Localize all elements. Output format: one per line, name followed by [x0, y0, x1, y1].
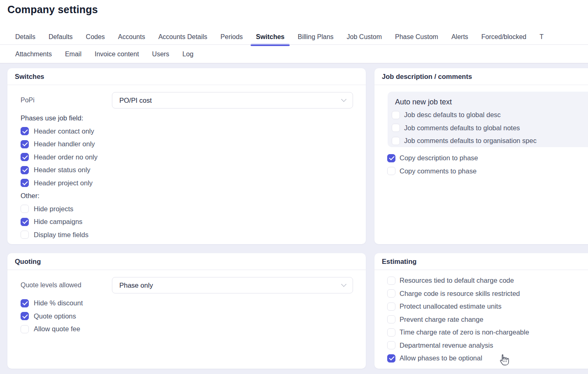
popi-select[interactable]: PO/PI cost	[112, 92, 353, 109]
checkbox-icon[interactable]	[21, 325, 29, 333]
tab-alerts[interactable]: Alerts	[446, 29, 474, 45]
quote-levels-select[interactable]: Phase only	[112, 277, 353, 293]
checkbox-icon[interactable]	[387, 328, 395, 337]
tab-job-custom[interactable]: Job Custom	[342, 29, 387, 45]
switches-panel-title: Switches	[15, 73, 44, 81]
checkbox-icon[interactable]	[387, 341, 395, 349]
checkbox-label: Hide campaigns	[34, 218, 82, 226]
estimating-panel-title: Estimating	[382, 258, 416, 265]
auto-new-job-text-title: Auto new job text	[395, 97, 588, 107]
phases-use-job-field-label: Phases use job field:	[21, 112, 366, 125]
checkbox-icon[interactable]	[21, 299, 29, 307]
checkbox-row-header-order-no-only[interactable]: Header order no only	[21, 151, 366, 164]
checkbox-label: Hide % discount	[34, 299, 83, 307]
checkbox-icon[interactable]	[21, 153, 29, 161]
checkbox-icon[interactable]	[392, 111, 400, 119]
checkbox-row-hide-percent-discount[interactable]: Hide % discount	[21, 297, 366, 310]
checkbox-row-job-comments-defaults-to-organisation-spec[interactable]: Job comments defaults to organisation sp…	[392, 134, 588, 147]
quote-levels-field-row: Quote levels allowed Phase only	[21, 277, 353, 293]
checkbox-row-prevent-charge-rate-change[interactable]: Prevent charge rate change	[387, 313, 588, 326]
checkbox-icon[interactable]	[387, 354, 395, 362]
checkbox-label: Copy comments to phase	[400, 167, 476, 175]
checkbox-label: Display time fields	[34, 231, 88, 239]
tab-switches[interactable]: Switches	[251, 29, 290, 45]
checkbox-icon[interactable]	[21, 140, 29, 148]
checkbox-icon[interactable]	[21, 218, 29, 226]
quote-levels-select-value: Phase only	[119, 282, 153, 289]
checkbox-label: Prevent charge rate change	[400, 316, 483, 323]
tab-phase-custom[interactable]: Phase Custom	[390, 29, 444, 45]
tab-billing-plans[interactable]: Billing Plans	[292, 29, 339, 45]
checkbox-label: Job desc defaults to global desc	[404, 111, 501, 119]
checkbox-label: Hide projects	[34, 205, 73, 213]
checkbox-row-header-status-only[interactable]: Header status only	[21, 164, 366, 177]
estimating-panel: Estimating Resources tied to default cha…	[374, 253, 588, 369]
checkbox-row-copy-comments-to-phase[interactable]: Copy comments to phase	[387, 165, 588, 178]
checkbox-row-protect-unallocated-estimate-units[interactable]: Protect unallocated estimate units	[387, 300, 588, 313]
checkbox-label: Header status only	[34, 166, 91, 174]
checkbox-icon[interactable]	[21, 127, 29, 135]
checkbox-row-header-handler-only[interactable]: Header handler only	[21, 138, 366, 151]
chevron-down-icon	[341, 97, 346, 102]
checkbox-row-time-charge-rate-of-zero-is-non-chargeable[interactable]: Time charge rate of zero is non-chargeab…	[387, 326, 588, 339]
checkbox-icon[interactable]	[387, 302, 395, 311]
checkbox-icon[interactable]	[387, 277, 395, 285]
checkbox-row-job-comments-defaults-to-global-notes[interactable]: Job comments defaults to global notes	[392, 122, 588, 135]
page-title: Company settings	[7, 4, 98, 16]
checkbox-row-departmental-revenue-analysis[interactable]: Departmental revenue analysis	[387, 339, 588, 352]
checkbox-icon[interactable]	[21, 205, 29, 213]
quoting-panel: Quoting Quote levels allowed Phase only …	[7, 253, 366, 369]
checkbox-label: Header contact only	[34, 127, 94, 135]
popi-label: PoPi	[21, 97, 112, 104]
checkbox-label: Resources tied to default charge code	[400, 277, 514, 284]
tab-accounts[interactable]: Accounts	[113, 29, 151, 45]
checkbox-icon[interactable]	[392, 137, 400, 145]
tab-users[interactable]: Users	[147, 46, 175, 62]
checkbox-icon[interactable]	[387, 289, 395, 298]
checkbox-row-display-time-fields[interactable]: Display time fields	[21, 229, 366, 242]
checkbox-label: Departmental revenue analysis	[400, 342, 493, 349]
checkbox-label: Header handler only	[34, 140, 95, 148]
tab-email[interactable]: Email	[60, 46, 87, 62]
checkbox-row-quote-options[interactable]: Quote options	[21, 310, 366, 323]
secondary-tab-bar: Attachments Email Invoice content Users …	[9, 46, 200, 62]
checkbox-row-hide-campaigns[interactable]: Hide campaigns	[21, 215, 366, 229]
estimating-panel-header: Estimating	[374, 253, 588, 270]
checkbox-row-header-contact-only[interactable]: Header contact only	[21, 125, 366, 138]
checkbox-row-allow-quote-fee[interactable]: Allow quote fee	[21, 323, 366, 336]
checkbox-icon[interactable]	[21, 179, 29, 187]
quoting-panel-header: Quoting	[7, 253, 366, 270]
page-header: Company settings Details Defaults Codes …	[0, 0, 588, 64]
checkbox-icon[interactable]	[21, 166, 29, 174]
checkbox-label: Protect unallocated estimate units	[400, 302, 502, 310]
checkbox-icon[interactable]	[21, 231, 29, 239]
tab-forced-blocked[interactable]: Forced/blocked	[476, 29, 532, 45]
popi-field-row: PoPi PO/PI cost	[21, 92, 353, 109]
tab-defaults[interactable]: Defaults	[43, 29, 78, 45]
checkbox-label: Allow phases to be optional	[400, 354, 482, 362]
tab-accounts-details[interactable]: Accounts Details	[153, 29, 213, 45]
tab-periods[interactable]: Periods	[215, 29, 248, 45]
checkbox-row-copy-description-to-phase[interactable]: Copy description to phase	[387, 152, 588, 165]
quote-levels-label: Quote levels allowed	[21, 282, 112, 289]
tab-log[interactable]: Log	[177, 46, 199, 62]
checkbox-row-allow-phases-to-be-optional[interactable]: Allow phases to be optional	[387, 352, 588, 365]
checkbox-row-header-project-only[interactable]: Header project only	[21, 177, 366, 190]
checkbox-row-job-desc-defaults-to-global-desc[interactable]: Job desc defaults to global desc	[392, 109, 588, 122]
checkbox-row-hide-projects[interactable]: Hide projects	[21, 203, 366, 216]
checkbox-icon[interactable]	[387, 315, 395, 323]
primary-tab-bar: Details Defaults Codes Accounts Accounts…	[9, 29, 550, 45]
checkbox-label: Header project only	[34, 179, 93, 187]
checkbox-icon[interactable]	[392, 124, 400, 132]
tab-codes[interactable]: Codes	[81, 29, 110, 45]
checkbox-icon[interactable]	[387, 167, 395, 175]
tab-details[interactable]: Details	[10, 29, 41, 45]
checkbox-icon[interactable]	[387, 154, 395, 162]
tab-attachments[interactable]: Attachments	[10, 46, 57, 62]
tab-truncated[interactable]: T	[534, 29, 549, 45]
checkbox-row-charge-code-is-resource-skills-restricted[interactable]: Charge code is resource skills restricte…	[387, 287, 588, 300]
tab-invoice-content[interactable]: Invoice content	[89, 46, 144, 62]
chevron-down-icon	[341, 282, 346, 287]
checkbox-icon[interactable]	[21, 312, 29, 320]
checkbox-row-resources-tied-to-default-charge-code[interactable]: Resources tied to default charge code	[387, 274, 588, 287]
